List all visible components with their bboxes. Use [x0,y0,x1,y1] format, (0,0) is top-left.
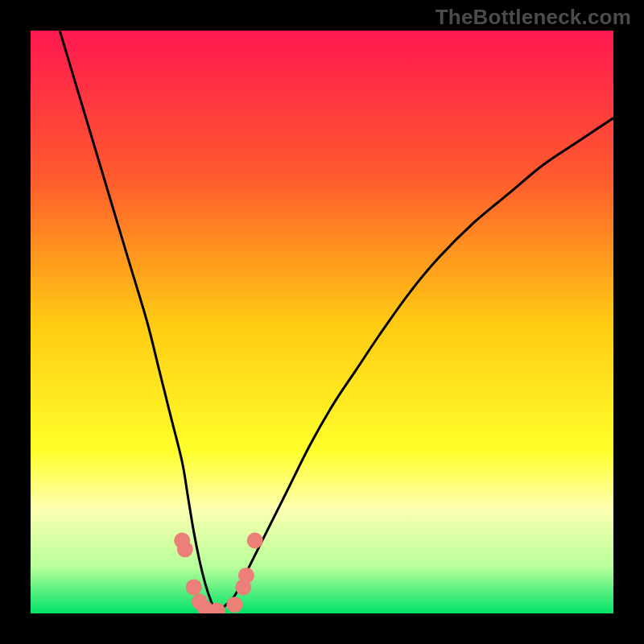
highlight-point [238,568,254,584]
gradient-background [31,31,613,613]
watermark-text: TheBottleneck.com [436,5,631,30]
highlight-point [226,597,242,613]
bottleneck-chart-svg [31,31,613,613]
chart-frame: TheBottleneck.com [0,0,644,644]
plot-area [31,31,613,613]
highlight-point [186,579,202,595]
highlight-point [247,533,263,549]
highlight-point [177,541,193,557]
